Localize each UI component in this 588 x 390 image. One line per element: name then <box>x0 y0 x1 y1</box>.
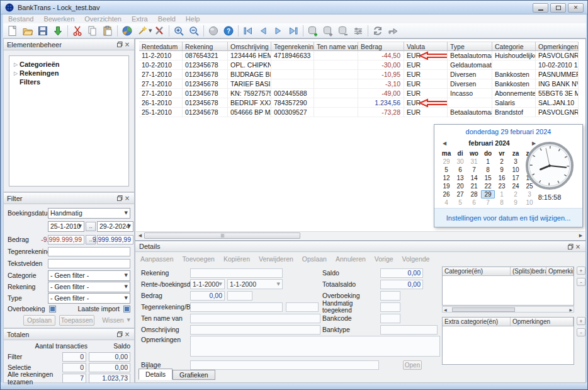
menu-item-beeld[interactable]: Beeld <box>153 15 181 23</box>
calendar-day[interactable]: 24 <box>509 182 523 190</box>
column-header-rentedatum[interactable]: Rentedatum <box>139 42 183 51</box>
last-import-checkbox[interactable] <box>123 306 130 313</box>
calendar-day[interactable]: 1 <box>481 158 495 166</box>
transaction-row[interactable]: 25-1-2010012345678054666 BP MAAS...00030… <box>139 108 579 117</box>
float-panel-icon[interactable] <box>116 41 123 49</box>
menu-item-extra[interactable]: Extra <box>127 15 153 23</box>
export-button[interactable] <box>385 24 400 38</box>
type-filter-select[interactable]: - Geen filter -▼ <box>48 293 130 304</box>
detail-bankcode-field[interactable] <box>380 314 400 323</box>
calendar-day[interactable]: 7 <box>481 198 495 207</box>
chevron-down-icon[interactable]: ▼ <box>127 318 130 323</box>
split-column-opmerkingen[interactable]: Opmerkingen <box>546 267 574 276</box>
calendar-day[interactable]: 21 <box>467 182 481 190</box>
tab-details[interactable]: Details <box>139 369 172 380</box>
menu-item-help[interactable]: Help <box>181 15 205 23</box>
extra-add-button[interactable]: + <box>577 317 585 325</box>
close-panel-icon[interactable]: × <box>123 41 131 49</box>
filter-clear-button[interactable]: Wissen <box>102 316 123 324</box>
column-header-ten-name-van[interactable]: Ten name van <box>314 42 358 51</box>
detail-date2-select[interactable]: 1-1-2000▼ <box>227 279 283 289</box>
amount-max-input[interactable]: 9.999.999,99 <box>97 235 133 244</box>
database-insert-button[interactable] <box>320 24 336 38</box>
detail-remarks-textarea[interactable] <box>190 336 440 357</box>
database-remove-button[interactable] <box>336 24 351 38</box>
column-header-tegenrekening[interactable]: Tegenrekening <box>271 42 314 51</box>
zoom-in-button[interactable] <box>171 24 186 38</box>
calendar-day[interactable]: 27 <box>453 190 467 198</box>
calendar-day-selected[interactable]: 29 <box>481 190 495 198</box>
filter-apply-button[interactable]: Toepassen <box>59 315 94 326</box>
filter-save-button[interactable]: Opslaan <box>23 315 55 326</box>
column-header-opmerkingen[interactable]: Opmerkingen <box>536 42 579 51</box>
split-remove-button[interactable]: - <box>577 278 585 286</box>
transaction-row[interactable]: 27-1-2010012345678TARIEF BASISPA...-3,10… <box>139 79 579 89</box>
calendar-day[interactable]: 9 <box>509 198 523 207</box>
database-add-button[interactable] <box>305 24 320 38</box>
float-panel-icon[interactable] <box>567 243 574 250</box>
calendar-day[interactable]: 26 <box>439 190 453 198</box>
calendar-day[interactable]: 8 <box>495 198 509 207</box>
scrollbar-thumb[interactable] <box>144 232 300 239</box>
transaction-row[interactable]: 10-2-2010012345678OPL. CHIPKNIP 0...-30,… <box>139 60 579 70</box>
tab-grafieken[interactable]: Grafieken <box>172 370 215 380</box>
calendar-day[interactable]: 14 <box>467 174 481 182</box>
detail-date1-select[interactable]: 1-1-2000▼ <box>190 279 225 289</box>
calendar-day[interactable]: 6 <box>467 198 481 207</box>
details-action-vorige[interactable]: Vorige <box>375 255 393 263</box>
details-action-toevoegen[interactable]: Toevoegen <box>183 255 215 263</box>
detail-manual-field[interactable] <box>380 302 400 312</box>
transfer-checkbox[interactable] <box>49 306 56 313</box>
calendar-day[interactable]: 9 <box>495 166 509 174</box>
calendar-day[interactable]: 1 <box>495 190 509 198</box>
counter-account-filter-input[interactable] <box>48 247 130 256</box>
globe-button[interactable] <box>206 24 221 38</box>
calendar-day[interactable]: 16 <box>495 174 509 182</box>
help-button[interactable]: ? <box>221 24 236 38</box>
column-header-valuta[interactable]: Valuta <box>404 42 448 51</box>
column-header-bedrag[interactable]: Bedrag <box>358 42 404 51</box>
transaction-row[interactable]: 27-1-2010012345678BIJDRAGE BETA...-10,95… <box>139 70 579 79</box>
magic-wand-button[interactable] <box>135 24 150 38</box>
previous-record-button[interactable] <box>256 24 271 38</box>
tree-item-categorie-n[interactable]: ▷Categorieën <box>12 60 126 69</box>
calendar-day[interactable]: 20 <box>453 182 467 190</box>
calendar-day[interactable]: 4 <box>439 198 453 207</box>
scroll-right-icon[interactable]: ▶ <box>569 307 572 312</box>
menu-item-overzichten[interactable]: Overzichten <box>79 15 127 23</box>
calendar-day[interactable]: 12 <box>439 174 453 182</box>
refresh-button[interactable] <box>370 24 385 38</box>
calendar-day[interactable]: 8 <box>481 166 495 174</box>
minimize-button[interactable] <box>533 3 548 13</box>
calendar-day[interactable]: 23 <box>495 182 509 190</box>
close-panel-icon[interactable]: × <box>574 243 582 250</box>
table-horizontal-scrollbar[interactable]: ◀ ▶ <box>136 231 585 239</box>
calendar-day[interactable]: 29 <box>439 158 453 166</box>
extra-column-opmerkingen[interactable]: Opmerkingen <box>511 318 574 326</box>
split-column-splits-bedrag[interactable]: (Splits)bedrag <box>511 267 546 276</box>
maximize-button[interactable] <box>550 3 566 13</box>
calendar-day[interactable]: 17 <box>509 174 523 182</box>
date-to-select[interactable]: 29-2-2024▼ <box>97 221 133 232</box>
details-action-kopi-ren[interactable]: Kopiëren <box>223 255 250 263</box>
calendar-day[interactable]: 15 <box>481 174 495 182</box>
tree-item-rekeningen[interactable]: ▷Rekeningen <box>12 69 126 77</box>
close-panel-icon[interactable]: × <box>123 331 131 338</box>
pie-chart-button[interactable] <box>120 24 135 38</box>
detail-attachment-field[interactable] <box>190 360 379 370</box>
scroll-left-icon[interactable]: ◀ <box>136 232 144 239</box>
close-button[interactable]: ✕ <box>568 3 584 13</box>
tree-item-filters[interactable]: Filters <box>12 77 126 86</box>
first-record-button[interactable] <box>240 24 256 38</box>
column-header-omschrijving[interactable]: Omschrijving <box>228 42 271 51</box>
calendar-day[interactable]: 2 <box>495 158 509 166</box>
detail-name-field[interactable] <box>190 314 320 323</box>
calendar-day[interactable]: 2 <box>509 190 523 198</box>
detail-bic-field[interactable] <box>286 302 319 312</box>
detail-account-field[interactable] <box>190 268 283 278</box>
close-panel-icon[interactable]: × <box>123 195 131 202</box>
paste-button[interactable] <box>100 24 115 38</box>
details-action-volgende[interactable]: Volgende <box>402 255 430 263</box>
next-record-button[interactable] <box>271 24 286 38</box>
date-range-button[interactable]: .. <box>86 222 96 231</box>
